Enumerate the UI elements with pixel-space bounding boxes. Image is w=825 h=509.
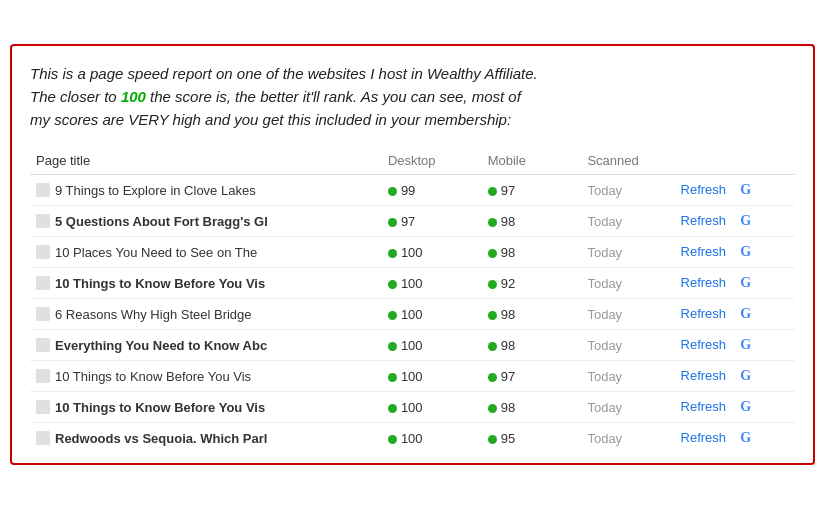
mobile-score-cell: 92 bbox=[482, 268, 582, 299]
header-title: Page title bbox=[30, 149, 382, 175]
mobile-score-value: 97 bbox=[501, 369, 515, 384]
mobile-score-value: 92 bbox=[501, 276, 515, 291]
desktop-score-cell: 100 bbox=[382, 423, 482, 454]
mobile-score-value: 95 bbox=[501, 431, 515, 446]
page-title-cell: 9 Things to Explore in Clove Lakes bbox=[30, 175, 382, 206]
google-icon[interactable]: G bbox=[740, 182, 751, 198]
actions-cell: Refresh G bbox=[675, 206, 795, 237]
mobile-score-value: 97 bbox=[501, 183, 515, 198]
intro-line1: This is a page speed report on one of th… bbox=[30, 65, 538, 82]
refresh-button[interactable]: Refresh bbox=[681, 337, 731, 352]
refresh-button[interactable]: Refresh bbox=[681, 213, 731, 228]
intro-line2-pre: The closer to bbox=[30, 88, 121, 105]
page-icon bbox=[36, 307, 50, 321]
mobile-score-value: 98 bbox=[501, 338, 515, 353]
table-row: 10 Things to Know Before You Vis 100 98 … bbox=[30, 392, 795, 423]
desktop-score-value: 100 bbox=[401, 400, 423, 415]
desktop-score-dot bbox=[388, 249, 397, 258]
mobile-score-cell: 98 bbox=[482, 392, 582, 423]
mobile-score-cell: 98 bbox=[482, 237, 582, 268]
page-title-text: 5 Questions About Fort Bragg's Gl bbox=[55, 214, 268, 229]
desktop-score-cell: 97 bbox=[382, 206, 482, 237]
page-icon bbox=[36, 245, 50, 259]
page-title-text: 9 Things to Explore in Clove Lakes bbox=[55, 183, 256, 198]
google-icon[interactable]: G bbox=[740, 306, 751, 322]
table-row: 9 Things to Explore in Clove Lakes 99 97… bbox=[30, 175, 795, 206]
desktop-score-dot bbox=[388, 187, 397, 196]
scanned-cell: Today bbox=[581, 299, 674, 330]
page-icon bbox=[36, 183, 50, 197]
table-row: 10 Places You Need to See on The 100 98 … bbox=[30, 237, 795, 268]
page-title-cell: 10 Things to Know Before You Vis bbox=[30, 392, 382, 423]
mobile-score-cell: 97 bbox=[482, 361, 582, 392]
page-speed-report-card: This is a page speed report on one of th… bbox=[10, 44, 815, 466]
scanned-cell: Today bbox=[581, 330, 674, 361]
actions-cell: Refresh G bbox=[675, 268, 795, 299]
refresh-button[interactable]: Refresh bbox=[681, 244, 731, 259]
scores-table-wrapper: Page title Desktop Mobile Scanned 9 Thin… bbox=[30, 149, 795, 453]
actions-cell: Refresh G bbox=[675, 299, 795, 330]
page-title-text: Redwoods vs Sequoia. Which Parl bbox=[55, 431, 267, 446]
scanned-cell: Today bbox=[581, 268, 674, 299]
refresh-button[interactable]: Refresh bbox=[681, 275, 731, 290]
mobile-score-value: 98 bbox=[501, 214, 515, 229]
header-desktop: Desktop bbox=[382, 149, 482, 175]
desktop-score-value: 99 bbox=[401, 183, 415, 198]
page-title-text: 10 Things to Know Before You Vis bbox=[55, 276, 265, 291]
score-highlight: 100 bbox=[121, 88, 146, 105]
page-title-text: 6 Reasons Why High Steel Bridge bbox=[55, 307, 252, 322]
desktop-score-cell: 100 bbox=[382, 299, 482, 330]
google-icon[interactable]: G bbox=[740, 430, 751, 446]
intro-line2-post: the score is, the better it'll rank. As … bbox=[146, 88, 521, 105]
table-row: 10 Things to Know Before You Vis 100 97 … bbox=[30, 361, 795, 392]
refresh-button[interactable]: Refresh bbox=[681, 399, 731, 414]
desktop-score-cell: 100 bbox=[382, 330, 482, 361]
page-icon bbox=[36, 276, 50, 290]
google-icon[interactable]: G bbox=[740, 213, 751, 229]
refresh-button[interactable]: Refresh bbox=[681, 182, 731, 197]
mobile-score-dot bbox=[488, 187, 497, 196]
desktop-score-value: 100 bbox=[401, 431, 423, 446]
page-title-text: 10 Things to Know Before You Vis bbox=[55, 369, 251, 384]
mobile-score-dot bbox=[488, 249, 497, 258]
mobile-score-dot bbox=[488, 342, 497, 351]
page-icon bbox=[36, 400, 50, 414]
actions-cell: Refresh G bbox=[675, 175, 795, 206]
mobile-score-cell: 98 bbox=[482, 330, 582, 361]
mobile-score-dot bbox=[488, 280, 497, 289]
table-row: 6 Reasons Why High Steel Bridge 100 98 T… bbox=[30, 299, 795, 330]
desktop-score-cell: 99 bbox=[382, 175, 482, 206]
google-icon[interactable]: G bbox=[740, 368, 751, 384]
desktop-score-value: 100 bbox=[401, 338, 423, 353]
desktop-score-value: 100 bbox=[401, 276, 423, 291]
google-icon[interactable]: G bbox=[740, 244, 751, 260]
google-icon[interactable]: G bbox=[740, 399, 751, 415]
actions-cell: Refresh G bbox=[675, 237, 795, 268]
desktop-score-dot bbox=[388, 373, 397, 382]
desktop-score-value: 100 bbox=[401, 369, 423, 384]
refresh-button[interactable]: Refresh bbox=[681, 306, 731, 321]
mobile-score-cell: 98 bbox=[482, 206, 582, 237]
refresh-button[interactable]: Refresh bbox=[681, 368, 731, 383]
actions-cell: Refresh G bbox=[675, 330, 795, 361]
mobile-score-cell: 97 bbox=[482, 175, 582, 206]
page-title-text: 10 Things to Know Before You Vis bbox=[55, 400, 265, 415]
table-row: 10 Things to Know Before You Vis 100 92 … bbox=[30, 268, 795, 299]
scanned-cell: Today bbox=[581, 361, 674, 392]
page-title-cell: 5 Questions About Fort Bragg's Gl bbox=[30, 206, 382, 237]
header-mobile: Mobile bbox=[482, 149, 582, 175]
page-icon bbox=[36, 338, 50, 352]
table-row: Redwoods vs Sequoia. Which Parl 100 95 T… bbox=[30, 423, 795, 454]
refresh-button[interactable]: Refresh bbox=[681, 430, 731, 445]
google-icon[interactable]: G bbox=[740, 337, 751, 353]
scanned-cell: Today bbox=[581, 237, 674, 268]
desktop-score-value: 100 bbox=[401, 245, 423, 260]
table-header-row: Page title Desktop Mobile Scanned bbox=[30, 149, 795, 175]
scores-table: Page title Desktop Mobile Scanned 9 Thin… bbox=[30, 149, 795, 453]
intro-line3: my scores are VERY high and you get this… bbox=[30, 111, 511, 128]
mobile-score-value: 98 bbox=[501, 245, 515, 260]
mobile-score-dot bbox=[488, 218, 497, 227]
desktop-score-dot bbox=[388, 435, 397, 444]
google-icon[interactable]: G bbox=[740, 275, 751, 291]
scanned-cell: Today bbox=[581, 175, 674, 206]
